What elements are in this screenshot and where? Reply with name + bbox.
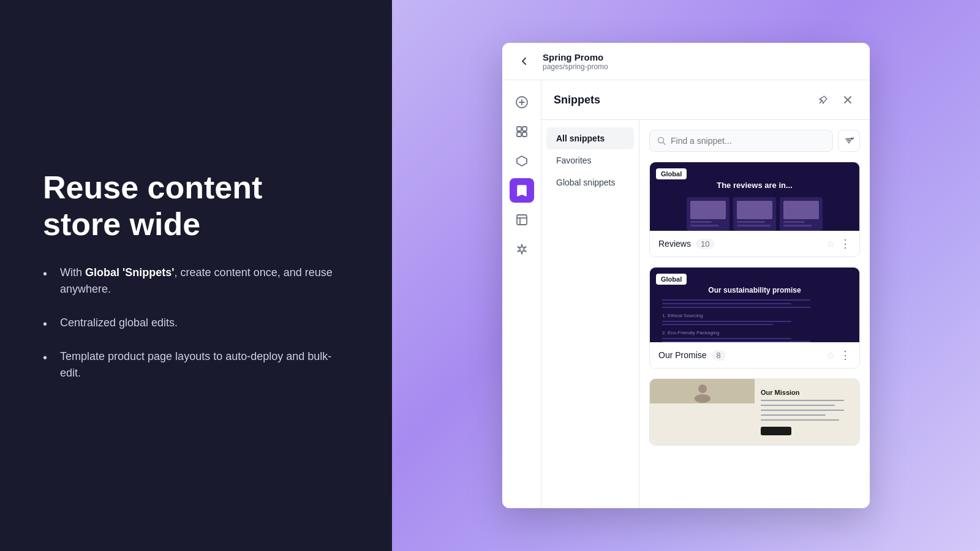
svg-rect-1 [517,127,521,131]
nav-sidebar: All snippets Favorites Global snippets [541,120,639,508]
snippet-card-mission: Our Mission [649,378,860,446]
panel-body: All snippets Favorites Global snippets [541,120,870,508]
snippet-name-area: Reviews 10 [658,239,714,249]
snippet-footer-reviews: Reviews 10 ☆ ⋮ [650,231,859,257]
snippet-count-promise: 8 [712,350,726,361]
snippet-card-reviews: Global The reviews are in... [649,162,860,257]
main-layout: Snippets [502,80,870,508]
snippets-header: Snippets [541,80,870,120]
sustain-lines [662,299,847,308]
nav-global-snippets[interactable]: Global snippets [546,171,634,193]
reviews-preview: Global The reviews are in... [650,162,859,231]
search-input-wrap[interactable] [649,130,833,152]
sidebar-icons [502,80,541,508]
sustain-preview: Global Our sustainability promise 1. Eth… [650,268,859,342]
reviews-cards-row [687,197,823,231]
snippet-name-area-promise: Our Promise 8 [658,350,726,361]
mission-text: Our Mission [755,379,859,445]
more-icon-reviews[interactable]: ⋮ [840,237,851,250]
sidebar-ai-icon[interactable] [510,237,534,261]
snippet-actions-reviews: ☆ ⋮ [826,237,851,250]
star-icon-reviews[interactable]: ☆ [826,238,835,250]
sidebar-block-icon[interactable] [510,149,534,173]
bullet-item-2: Centralized global edits. [43,315,349,331]
search-input[interactable] [671,136,825,146]
snippet-footer-promise: Our Promise 8 ☆ ⋮ [650,342,859,368]
svg-rect-3 [517,132,521,137]
page-title: Spring Promo [543,52,608,62]
sustain-heading: Our sustainability promise [662,286,847,294]
svg-rect-5 [517,215,527,225]
right-panel: Spring Promo pages/spring-promo [392,0,980,551]
sustain-section-1: 1. Ethical Sourcing [662,313,847,325]
header-actions [813,90,858,110]
main-heading: Reuse content store wide [43,170,349,243]
reviews-heading: The reviews are in... [717,181,793,190]
sidebar-snippets-icon[interactable] [510,178,534,203]
close-button[interactable] [838,90,858,110]
page-path: pages/spring-promo [543,62,608,71]
snippet-card-promise: Global Our sustainability promise 1. Eth… [649,267,860,369]
review-card-2 [733,197,776,231]
bullet-item-1: With Global 'Snippets', create content o… [43,264,349,298]
bullet-item-3: Template product page layouts to auto-de… [43,348,349,381]
back-button[interactable] [514,51,534,71]
page-info: Spring Promo pages/spring-promo [543,52,608,71]
mission-title: Our Mission [761,389,853,396]
sort-button[interactable] [838,130,860,152]
review-card-1 [687,197,729,231]
svg-rect-2 [522,127,527,131]
review-card-3 [780,197,823,231]
global-badge-promise: Global [656,274,687,285]
svg-point-6 [658,138,664,143]
content-area: Snippets [541,80,870,508]
top-bar: Spring Promo pages/spring-promo [502,43,870,80]
svg-point-8 [695,394,710,403]
more-icon-promise[interactable]: ⋮ [840,348,851,362]
sidebar-layout-icon[interactable] [510,119,534,144]
snippets-title: Snippets [554,94,600,107]
snippet-name-reviews: Reviews [658,239,691,249]
sidebar-add-icon[interactable] [510,90,534,114]
svg-rect-4 [522,132,527,137]
bullet-list: With Global 'Snippets', create content o… [43,264,349,381]
nav-all-snippets[interactable]: All snippets [546,127,634,149]
app-window: Spring Promo pages/spring-promo [502,43,870,508]
star-icon-promise[interactable]: ☆ [826,350,835,361]
global-badge-reviews: Global [656,168,687,179]
left-panel: Reuse content store wide With Global 'Sn… [0,0,392,551]
sidebar-template-icon[interactable] [510,208,534,232]
sustain-section-2: 2. Eco-Friendly Packaging [662,330,847,342]
svg-point-7 [698,384,707,393]
mission-preview: Our Mission [650,379,859,445]
snippet-actions-promise: ☆ ⋮ [826,348,851,362]
pin-button[interactable] [813,90,833,110]
snippet-name-promise: Our Promise [658,350,707,360]
nav-favorites[interactable]: Favorites [546,149,634,171]
snippets-panel: Snippets [541,80,870,508]
search-icon [657,137,666,145]
left-content: Reuse content store wide With Global 'Sn… [43,170,349,382]
snippets-content: Global The reviews are in... [639,120,870,508]
snippet-count-reviews: 10 [696,239,714,249]
search-bar [649,130,860,152]
mission-img [650,379,755,403]
